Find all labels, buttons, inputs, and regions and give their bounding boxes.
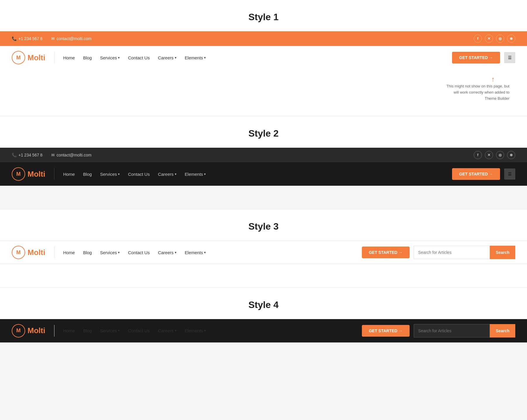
style2-twitter-icon[interactable]: ✕ xyxy=(485,151,493,159)
style4-link-blog[interactable]: Blog xyxy=(83,328,92,333)
style4-link-careers[interactable]: Careers ▾ xyxy=(158,328,176,333)
style4-services-chevron: ▾ xyxy=(118,329,120,333)
style1-topbar-left: 📞 +1 234 567 8 ✉ contact@molti.com xyxy=(12,36,91,41)
style3-navbar: M Molti Home Blog Services ▾ Contact Us … xyxy=(0,241,527,264)
facebook-icon[interactable]: f xyxy=(474,35,482,43)
style2-link-elements[interactable]: Elements ▾ xyxy=(185,172,206,177)
email2-icon: ✉ xyxy=(51,153,55,157)
style1-topbar-right: f ✕ ◎ ⊛ xyxy=(474,35,515,43)
style4-logo-icon: M xyxy=(12,324,25,338)
style3-nav-actions: GET STARTED → Search xyxy=(362,246,515,259)
twitter-icon[interactable]: ✕ xyxy=(485,35,493,43)
style4-link-contact[interactable]: Contact Us xyxy=(128,328,150,333)
services-chevron: ▾ xyxy=(118,56,120,60)
elements-chevron: ▾ xyxy=(204,56,206,60)
style1-link-elements[interactable]: Elements ▾ xyxy=(185,55,206,60)
style2-link-home[interactable]: Home xyxy=(63,172,75,177)
style4-search-button[interactable]: Search xyxy=(490,324,515,338)
style1-tooltip-area: ↑ This might not show on this page, but … xyxy=(442,75,509,101)
style4-cta-button[interactable]: GET STARTED → xyxy=(362,325,410,337)
style2-email: ✉ contact@molti.com xyxy=(51,153,91,157)
style2-phone: 📞 +1 234 567 8 xyxy=(12,153,42,157)
style3-services-chevron: ▾ xyxy=(118,251,120,254)
style1-link-blog[interactable]: Blog xyxy=(83,55,92,60)
style2-topbar-left: 📞 +1 234 567 8 ✉ contact@molti.com xyxy=(12,153,91,157)
style1-title: Style 1 xyxy=(0,0,527,31)
style2-nav-links: Home Blog Services ▾ Contact Us Careers … xyxy=(63,172,452,177)
style3-search-button[interactable]: Search xyxy=(490,246,515,259)
phone-icon: 📞 xyxy=(12,36,17,41)
style2-cta-button[interactable]: GET STARTED → xyxy=(452,168,500,180)
up-arrow-icon: ↑ xyxy=(442,75,495,83)
style3-link-contact[interactable]: Contact Us xyxy=(128,250,150,255)
style2-instagram-icon[interactable]: ◎ xyxy=(496,151,504,159)
dribbble-icon[interactable]: ⊛ xyxy=(507,35,515,43)
style3-link-careers[interactable]: Careers ▾ xyxy=(158,250,176,255)
style1-link-home[interactable]: Home xyxy=(63,55,75,60)
style4-logo[interactable]: M Molti xyxy=(12,324,45,338)
style1-cta-button[interactable]: GET STARTED → xyxy=(452,52,500,63)
style2-spacer xyxy=(0,186,527,209)
style2-search-icon: ☰ xyxy=(508,172,512,176)
style1-tooltip-text: This might not show on this page, but wi… xyxy=(442,83,509,101)
style3-logo[interactable]: M Molti xyxy=(12,246,45,259)
style4-spacer xyxy=(0,342,527,360)
style4-nav-divider xyxy=(54,325,54,337)
careers-chevron: ▾ xyxy=(175,56,177,60)
style1-link-services[interactable]: Services ▾ xyxy=(100,55,120,60)
style2-services-chevron: ▾ xyxy=(118,172,120,176)
style1-spacer: ↑ This might not show on this page, but … xyxy=(0,69,527,116)
style2-dribbble-icon[interactable]: ⊛ xyxy=(507,151,515,159)
style3-nav-links: Home Blog Services ▾ Contact Us Careers … xyxy=(63,250,362,255)
style2-logo-text: Molti xyxy=(28,170,45,179)
style3-search-bar: Search xyxy=(414,246,515,259)
style1-email: ✉ contact@molti.com xyxy=(51,36,91,41)
style2-elements-chevron: ▾ xyxy=(204,172,206,176)
style4-nav-links: Home Blog Services ▾ Contact Us Careers … xyxy=(63,328,362,333)
style1-topbar: 📞 +1 234 567 8 ✉ contact@molti.com f ✕ ◎… xyxy=(0,31,527,46)
style2-topbar-right: f ✕ ◎ ⊛ xyxy=(474,151,515,159)
style4-link-services[interactable]: Services ▾ xyxy=(100,328,120,333)
style3-cta-button[interactable]: GET STARTED → xyxy=(362,247,410,258)
style1-link-careers[interactable]: Careers ▾ xyxy=(158,55,176,60)
phone2-icon: 📞 xyxy=(12,153,17,157)
style3-nav-divider xyxy=(54,247,54,258)
style2-logo-icon: M xyxy=(12,167,25,181)
style1-navbar: M Molti Home Blog Services ▾ Contact Us … xyxy=(0,46,527,69)
style2-careers-chevron: ▾ xyxy=(175,172,177,176)
style1-nav-divider xyxy=(54,52,54,63)
style3-link-home[interactable]: Home xyxy=(63,250,75,255)
style1-logo-icon: M xyxy=(12,51,25,64)
style4-careers-chevron: ▾ xyxy=(175,329,177,333)
style4-link-elements[interactable]: Elements ▾ xyxy=(185,328,206,333)
style2-logo[interactable]: M Molti xyxy=(12,167,45,181)
style4-link-home[interactable]: Home xyxy=(63,328,75,333)
style2-link-blog[interactable]: Blog xyxy=(83,172,92,177)
style2-topbar: 📞 +1 234 567 8 ✉ contact@molti.com f ✕ ◎… xyxy=(0,148,527,162)
style1-nav-links: Home Blog Services ▾ Contact Us Careers … xyxy=(63,55,452,60)
style3-link-blog[interactable]: Blog xyxy=(83,250,92,255)
style2-search-toggle[interactable]: ☰ xyxy=(504,168,515,180)
style2-nav-actions: GET STARTED → ☰ xyxy=(452,168,515,180)
style4-search-bar: Search xyxy=(414,324,515,338)
style4-search-input[interactable] xyxy=(414,324,490,338)
style2-link-services[interactable]: Services ▾ xyxy=(100,172,120,177)
style3-logo-text: Molti xyxy=(28,248,45,257)
style1-search-toggle[interactable]: ☰ xyxy=(504,52,515,63)
style3-link-services[interactable]: Services ▾ xyxy=(100,250,120,255)
instagram-icon[interactable]: ◎ xyxy=(496,35,504,43)
style1-logo-text: Molti xyxy=(28,53,45,62)
style3-search-input[interactable] xyxy=(414,246,490,259)
style2-link-careers[interactable]: Careers ▾ xyxy=(158,172,176,177)
style2-title: Style 2 xyxy=(0,116,527,148)
style3-title: Style 3 xyxy=(0,209,527,241)
style1-link-contact[interactable]: Contact Us xyxy=(128,55,150,60)
style3-careers-chevron: ▾ xyxy=(175,251,177,254)
email-icon: ✉ xyxy=(51,36,55,41)
style2-link-contact[interactable]: Contact Us xyxy=(128,172,150,177)
style3-logo-icon: M xyxy=(12,246,25,259)
style1-logo[interactable]: M Molti xyxy=(12,51,45,64)
style2-facebook-icon[interactable]: f xyxy=(474,151,482,159)
style3-link-elements[interactable]: Elements ▾ xyxy=(185,250,206,255)
style3-elements-chevron: ▾ xyxy=(204,251,206,254)
